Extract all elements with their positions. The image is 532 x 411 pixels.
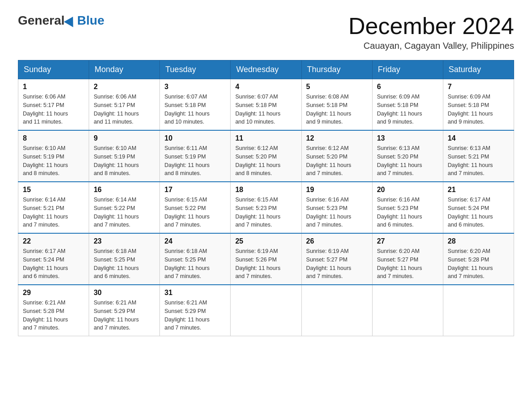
day-info: Sunrise: 6:12 AMSunset: 5:20 PMDaylight:…: [235, 144, 296, 178]
day-info: Sunrise: 6:14 AMSunset: 5:21 PMDaylight:…: [23, 196, 84, 229]
day-number: 31: [164, 289, 226, 297]
calendar-cell: 10Sunrise: 6:11 AMSunset: 5:19 PMDayligh…: [160, 130, 231, 182]
day-number: 18: [235, 186, 296, 194]
day-number: 23: [94, 237, 155, 245]
calendar-cell: 18Sunrise: 6:15 AMSunset: 5:23 PMDayligh…: [231, 182, 301, 233]
calendar-cell: 27Sunrise: 6:20 AMSunset: 5:27 PMDayligh…: [372, 233, 443, 285]
calendar-cell: 28Sunrise: 6:20 AMSunset: 5:28 PMDayligh…: [443, 233, 514, 285]
day-number: 10: [164, 134, 226, 142]
calendar-cell: 11Sunrise: 6:12 AMSunset: 5:20 PMDayligh…: [231, 130, 301, 182]
day-info: Sunrise: 6:11 AMSunset: 5:19 PMDaylight:…: [164, 144, 226, 178]
day-number: 26: [306, 237, 368, 245]
calendar-table: SundayMondayTuesdayWednesdayThursdayFrid…: [18, 60, 514, 336]
day-number: 30: [94, 289, 155, 297]
calendar-cell: 14Sunrise: 6:13 AMSunset: 5:21 PMDayligh…: [443, 130, 514, 182]
day-number: 21: [448, 186, 509, 194]
calendar-cell: 25Sunrise: 6:19 AMSunset: 5:26 PMDayligh…: [231, 233, 301, 285]
day-number: 11: [235, 134, 296, 142]
day-number: 12: [306, 134, 368, 142]
weekday-header-friday: Friday: [372, 60, 443, 79]
month-title: December 2024: [348, 13, 514, 39]
calendar-cell: 3Sunrise: 6:07 AMSunset: 5:18 PMDaylight…: [160, 79, 231, 131]
day-info: Sunrise: 6:09 AMSunset: 5:18 PMDaylight:…: [448, 93, 509, 126]
calendar-cell: 2Sunrise: 6:06 AMSunset: 5:17 PMDaylight…: [89, 79, 160, 131]
calendar-cell: 12Sunrise: 6:12 AMSunset: 5:20 PMDayligh…: [301, 130, 372, 182]
calendar-cell: 23Sunrise: 6:18 AMSunset: 5:25 PMDayligh…: [89, 233, 160, 285]
day-info: Sunrise: 6:19 AMSunset: 5:27 PMDaylight:…: [306, 247, 368, 281]
day-number: 6: [377, 83, 438, 91]
logo: General Blue: [18, 13, 104, 28]
day-info: Sunrise: 6:15 AMSunset: 5:22 PMDaylight:…: [164, 196, 226, 229]
calendar-week-row: 15Sunrise: 6:14 AMSunset: 5:21 PMDayligh…: [18, 182, 514, 233]
day-info: Sunrise: 6:10 AMSunset: 5:19 PMDaylight:…: [23, 144, 84, 178]
day-info: Sunrise: 6:07 AMSunset: 5:18 PMDaylight:…: [235, 93, 296, 126]
day-number: 15: [23, 186, 84, 194]
weekday-header-tuesday: Tuesday: [160, 60, 231, 79]
day-number: 1: [23, 83, 84, 91]
calendar-week-row: 22Sunrise: 6:17 AMSunset: 5:24 PMDayligh…: [18, 233, 514, 285]
day-number: 7: [448, 83, 509, 91]
day-info: Sunrise: 6:06 AMSunset: 5:17 PMDaylight:…: [23, 93, 84, 126]
day-number: 24: [164, 237, 226, 245]
day-info: Sunrise: 6:18 AMSunset: 5:25 PMDaylight:…: [164, 247, 226, 281]
calendar-cell: 30Sunrise: 6:21 AMSunset: 5:29 PMDayligh…: [89, 285, 160, 336]
day-info: Sunrise: 6:15 AMSunset: 5:23 PMDaylight:…: [235, 196, 296, 229]
calendar-cell: 22Sunrise: 6:17 AMSunset: 5:24 PMDayligh…: [18, 233, 89, 285]
day-number: 19: [306, 186, 368, 194]
calendar-cell: 6Sunrise: 6:09 AMSunset: 5:18 PMDaylight…: [372, 79, 443, 131]
calendar-cell: 1Sunrise: 6:06 AMSunset: 5:17 PMDaylight…: [18, 79, 89, 131]
day-info: Sunrise: 6:06 AMSunset: 5:17 PMDaylight:…: [94, 93, 155, 126]
day-number: 14: [448, 134, 509, 142]
weekday-header-row: SundayMondayTuesdayWednesdayThursdayFrid…: [18, 60, 514, 79]
day-info: Sunrise: 6:12 AMSunset: 5:20 PMDaylight:…: [306, 144, 368, 178]
weekday-header-sunday: Sunday: [18, 60, 89, 79]
day-info: Sunrise: 6:09 AMSunset: 5:18 PMDaylight:…: [377, 93, 438, 126]
day-info: Sunrise: 6:17 AMSunset: 5:24 PMDaylight:…: [23, 247, 84, 281]
day-info: Sunrise: 6:19 AMSunset: 5:26 PMDaylight:…: [235, 247, 296, 281]
weekday-header-monday: Monday: [89, 60, 160, 79]
calendar-cell: 16Sunrise: 6:14 AMSunset: 5:22 PMDayligh…: [89, 182, 160, 233]
calendar-cell: [372, 285, 443, 336]
calendar-cell: 13Sunrise: 6:13 AMSunset: 5:20 PMDayligh…: [372, 130, 443, 182]
day-number: 4: [235, 83, 296, 91]
day-info: Sunrise: 6:18 AMSunset: 5:25 PMDaylight:…: [94, 247, 155, 281]
title-area: December 2024 Cauayan, Cagayan Valley, P…: [348, 13, 514, 51]
calendar-cell: 31Sunrise: 6:21 AMSunset: 5:29 PMDayligh…: [160, 285, 231, 336]
day-number: 5: [306, 83, 368, 91]
day-number: 2: [94, 83, 155, 91]
day-info: Sunrise: 6:13 AMSunset: 5:21 PMDaylight:…: [448, 144, 509, 178]
calendar-cell: 29Sunrise: 6:21 AMSunset: 5:28 PMDayligh…: [18, 285, 89, 336]
calendar-week-row: 8Sunrise: 6:10 AMSunset: 5:19 PMDaylight…: [18, 130, 514, 182]
day-number: 22: [23, 237, 84, 245]
day-number: 20: [377, 186, 438, 194]
logo-general: General: [18, 13, 64, 28]
day-number: 9: [94, 134, 155, 142]
calendar-week-row: 1Sunrise: 6:06 AMSunset: 5:17 PMDaylight…: [18, 79, 514, 131]
logo-triangle-icon: [64, 14, 78, 27]
day-info: Sunrise: 6:16 AMSunset: 5:23 PMDaylight:…: [306, 196, 368, 229]
day-info: Sunrise: 6:14 AMSunset: 5:22 PMDaylight:…: [94, 196, 155, 229]
logo-blue: Blue: [77, 13, 104, 28]
day-number: 27: [377, 237, 438, 245]
calendar-cell: 24Sunrise: 6:18 AMSunset: 5:25 PMDayligh…: [160, 233, 231, 285]
calendar-cell: 8Sunrise: 6:10 AMSunset: 5:19 PMDaylight…: [18, 130, 89, 182]
calendar-cell: 21Sunrise: 6:17 AMSunset: 5:24 PMDayligh…: [443, 182, 514, 233]
day-info: Sunrise: 6:21 AMSunset: 5:29 PMDaylight:…: [94, 299, 155, 332]
weekday-header-thursday: Thursday: [301, 60, 372, 79]
day-number: 28: [448, 237, 509, 245]
day-info: Sunrise: 6:13 AMSunset: 5:20 PMDaylight:…: [377, 144, 438, 178]
day-number: 17: [164, 186, 226, 194]
calendar-cell: [301, 285, 372, 336]
calendar-cell: 9Sunrise: 6:10 AMSunset: 5:19 PMDaylight…: [89, 130, 160, 182]
day-info: Sunrise: 6:20 AMSunset: 5:27 PMDaylight:…: [377, 247, 438, 281]
calendar-cell: 26Sunrise: 6:19 AMSunset: 5:27 PMDayligh…: [301, 233, 372, 285]
calendar-cell: 20Sunrise: 6:16 AMSunset: 5:23 PMDayligh…: [372, 182, 443, 233]
location-title: Cauayan, Cagayan Valley, Philippines: [348, 41, 514, 51]
day-info: Sunrise: 6:21 AMSunset: 5:29 PMDaylight:…: [164, 299, 226, 332]
calendar-cell: 7Sunrise: 6:09 AMSunset: 5:18 PMDaylight…: [443, 79, 514, 131]
calendar-cell: 17Sunrise: 6:15 AMSunset: 5:22 PMDayligh…: [160, 182, 231, 233]
day-info: Sunrise: 6:07 AMSunset: 5:18 PMDaylight:…: [164, 93, 226, 126]
calendar-week-row: 29Sunrise: 6:21 AMSunset: 5:28 PMDayligh…: [18, 285, 514, 336]
day-number: 25: [235, 237, 296, 245]
day-number: 29: [23, 289, 84, 297]
